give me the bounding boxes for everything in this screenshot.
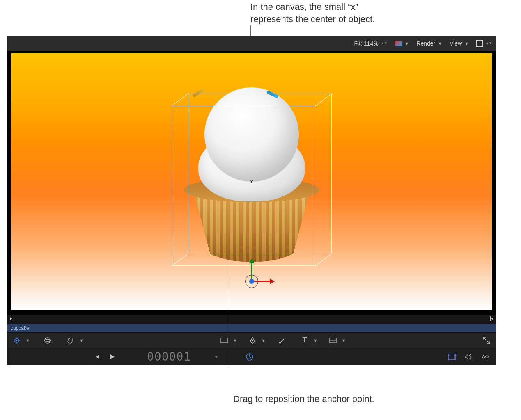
svg-point-10	[279, 342, 281, 344]
stepper-icon: ▲▼	[485, 42, 492, 45]
pen-tool[interactable]	[247, 335, 258, 346]
timing-curve-button[interactable]	[246, 353, 254, 361]
show-audio-button[interactable]	[464, 353, 472, 361]
zoom-level-dropdown[interactable]: Fit: 114% ▲▼	[354, 40, 387, 47]
mini-timeline-ruler[interactable]: ▸| |◂	[7, 314, 496, 324]
object-center-marker: x	[250, 179, 253, 185]
zoom-level-label: Fit: 114%	[354, 40, 378, 47]
render-menu-label: Render	[416, 40, 435, 47]
callout-line-bottom	[227, 267, 227, 397]
sprinkle-yellow	[192, 89, 204, 98]
go-to-start-button[interactable]	[94, 353, 101, 361]
svg-rect-8	[221, 338, 227, 343]
render-menu[interactable]: Render ▼	[416, 40, 442, 47]
anchor-dot[interactable]	[249, 279, 254, 284]
canvas-topbar: Fit: 114% ▲▼ ▼ Render ▼ View ▼ ▲▼	[7, 36, 496, 51]
pan-tool[interactable]	[65, 335, 76, 346]
shape-tool[interactable]	[328, 335, 338, 346]
view-menu[interactable]: View ▼	[450, 40, 469, 47]
stepper-icon: ▲▼	[381, 42, 388, 45]
transport-bar: 000001 ▼	[7, 348, 496, 365]
svg-point-6	[45, 338, 50, 343]
text-tool[interactable]: T	[299, 335, 310, 346]
out-point-marker[interactable]: |◂	[490, 315, 493, 321]
channels-icon	[395, 41, 402, 46]
svg-point-7	[45, 339, 50, 342]
show-video-button[interactable]	[448, 353, 457, 361]
anchor-point-tool[interactable]	[11, 335, 22, 346]
chevron-down-icon: ▼	[464, 41, 469, 46]
chevron-down-icon: ▼	[438, 41, 442, 46]
brush-tool[interactable]	[277, 335, 288, 346]
color-channels-dropdown[interactable]: ▼	[395, 41, 409, 46]
text-tool-label: T	[302, 336, 307, 345]
mask-rect-tool[interactable]	[219, 335, 230, 346]
aspect-ratio-dropdown[interactable]: ▲▼	[476, 40, 492, 47]
chevron-down-icon[interactable]: ▼	[25, 338, 30, 343]
chevron-down-icon: ▼	[404, 41, 409, 46]
svg-point-9	[252, 340, 253, 341]
canvas-toolbar: ▼ ▼ ▼ ▼ T ▼ ▼	[7, 332, 496, 348]
annotation-top: In the canvas, the small “x” represents …	[250, 1, 375, 25]
editor-panel: Fit: 114% ▲▼ ▼ Render ▼ View ▼ ▲▼	[7, 36, 496, 365]
chevron-down-icon[interactable]: ▼	[342, 338, 346, 343]
cupcake-frosting-upper	[204, 87, 299, 182]
timecode-mode-dropdown[interactable]: ▼	[214, 354, 218, 359]
aspect-ratio-icon	[476, 40, 483, 47]
orbit-3d-tool[interactable]	[42, 335, 53, 346]
annotation-bottom: Drag to reposition the anchor point.	[233, 393, 374, 405]
scale-to-fit-button[interactable]	[481, 335, 492, 346]
show-keyframes-button[interactable]	[480, 354, 491, 360]
chevron-down-icon[interactable]: ▼	[79, 338, 84, 343]
timecode-display[interactable]: 000001	[147, 350, 191, 363]
chevron-down-icon: ▼	[214, 354, 218, 359]
chevron-down-icon[interactable]: ▼	[233, 338, 237, 343]
chevron-down-icon[interactable]: ▼	[261, 338, 266, 343]
canvas-wrap: x	[7, 51, 496, 314]
viewer-canvas[interactable]: x	[11, 53, 492, 310]
play-button[interactable]	[108, 353, 116, 361]
svg-rect-14	[448, 354, 456, 360]
in-point-marker[interactable]: ▸|	[10, 315, 14, 321]
mini-timeline-clip[interactable]: cupcake	[7, 324, 496, 332]
chevron-down-icon[interactable]: ▼	[313, 338, 318, 343]
svg-point-1	[16, 340, 18, 341]
clip-name-label: cupcake	[11, 325, 29, 331]
view-menu-label: View	[450, 40, 462, 47]
